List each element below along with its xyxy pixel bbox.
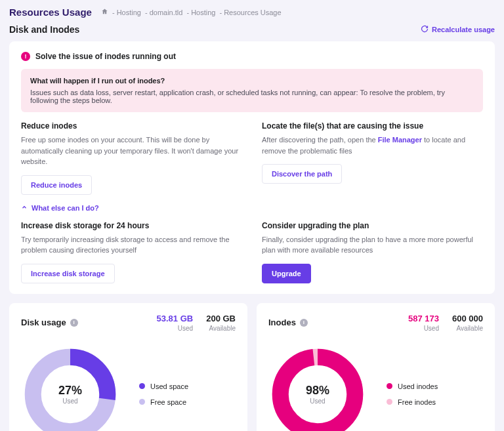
disk-usage-card: Disk usage i 53.81 GB Used 200 GB Availa… [9,303,247,432]
alert-question: What will happen if I run out of inodes? [30,77,474,85]
alert-card: ! Solve the issue of inodes running out … [9,41,495,294]
info-icon[interactable]: i [70,319,78,327]
disk-used-label: Used [157,325,194,332]
breadcrumb-item[interactable]: - Hosting [112,9,141,16]
upgrade-text: Finally, consider upgrading the plan to … [262,234,483,256]
warning-icon: ! [21,52,30,61]
upgrade-button[interactable]: Upgrade [262,264,311,283]
disk-title: Disk usage [21,318,66,327]
home-icon[interactable] [101,8,108,16]
inodes-used-label: Used [408,325,439,332]
legend-used-inodes: Used inodes [398,382,438,390]
inodes-percent-label: Used [306,398,329,405]
refresh-icon [421,25,429,34]
inodes-avail-value: 600 000 [452,314,483,323]
legend-dot [139,383,145,389]
locate-heading: Locate the file(s) that are causing the … [262,121,483,131]
breadcrumb-item: - Resources Usage [219,9,281,16]
increase-text: Try temporarily increasing disk storage … [21,234,242,256]
discover-path-button[interactable]: Discover the path [262,164,342,184]
inodes-used-value: 587 173 [408,314,439,323]
disk-percent: 27% [58,384,82,398]
disk-donut-chart: 27% Used [21,345,119,432]
inodes-donut-chart: 98% Used [268,345,367,432]
disk-percent-label: Used [58,398,82,405]
reduce-inodes-button[interactable]: Reduce inodes [21,175,92,195]
page-title: Resources Usage [9,7,92,18]
inodes-percent: 98% [306,384,329,398]
inodes-card: Inodes i 587 173 Used 600 000 Available [257,303,495,432]
alert-explainer: What will happen if I run out of inodes?… [21,69,483,112]
alert-answer: Issues such as data loss, server restart… [30,89,474,104]
info-icon[interactable]: i [300,319,308,327]
alert-title: Solve the issue of inodes running out [35,52,176,61]
section-title: Disk and Inodes [9,24,79,35]
upgrade-heading: Consider upgrading the plan [262,221,483,230]
legend-free-inodes: Free inodes [398,398,436,406]
increase-heading: Increase disk storage for 24 hours [21,221,242,230]
reduce-heading: Reduce inodes [21,121,242,131]
breadcrumb-item[interactable]: - domain.tld [145,9,182,16]
inodes-avail-label: Available [452,325,483,332]
file-manager-link[interactable]: File Manager [378,136,422,144]
disk-avail-label: Available [206,325,236,332]
breadcrumb: - Hosting - domain.tld - Hosting - Resou… [101,8,282,16]
legend-dot [387,399,392,405]
disk-used-value: 53.81 GB [157,314,194,323]
increase-storage-button[interactable]: Increase disk storage [21,264,115,283]
recalculate-button[interactable]: Recalculate usage [421,25,495,34]
breadcrumb-item[interactable]: - Hosting [186,9,215,16]
disk-avail-value: 200 GB [206,314,236,323]
locate-text: After discovering the path, open the Fil… [262,134,483,156]
legend-free-space: Free space [150,398,186,406]
legend-used-space: Used space [150,382,188,390]
inodes-title: Inodes [268,318,296,327]
legend-dot [387,383,392,389]
expand-label: What else can I do? [32,204,99,212]
recalculate-label: Recalculate usage [432,26,495,33]
legend-dot [139,399,145,405]
expand-toggle[interactable]: What else can I do? [21,204,483,212]
chevron-up-icon [21,204,28,212]
reduce-text: Free up some inodes on your account. Thi… [21,134,242,167]
